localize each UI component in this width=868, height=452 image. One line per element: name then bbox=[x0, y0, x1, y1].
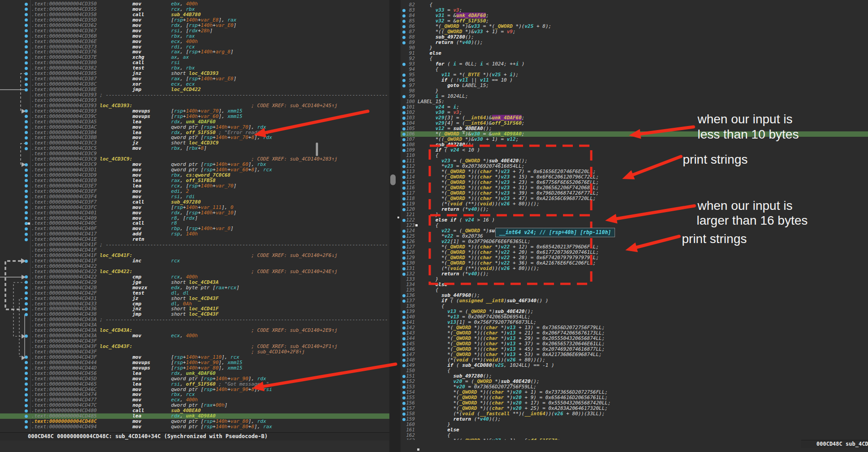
pseudocode-line[interactable]: 90 } bbox=[401, 45, 868, 51]
line-dot bbox=[25, 56, 28, 59]
line-dot bbox=[402, 353, 406, 356]
right-status-bar: 000CD48C sub_4CD140:106 (4CD48C) (Synchr… bbox=[801, 440, 868, 448]
line-dot bbox=[402, 95, 406, 98]
pseudocode-line[interactable]: 82 { bbox=[401, 2, 868, 8]
line-dot bbox=[25, 163, 28, 166]
pseudocode-line[interactable]: 93 for ( i = 0LL; i < 1024; ++i ) bbox=[401, 61, 868, 67]
line-dot bbox=[402, 364, 406, 367]
line-dot bbox=[25, 174, 28, 177]
line-dot bbox=[25, 313, 28, 316]
line-dot bbox=[25, 131, 28, 134]
pseudocode-line[interactable]: 99 i = 1024LL; bbox=[401, 94, 868, 99]
pseudocode-line[interactable]: 120 return (*v40)(); bbox=[401, 207, 868, 212]
line-dot bbox=[25, 8, 28, 11]
line-dot bbox=[402, 316, 406, 319]
line-dot bbox=[402, 337, 406, 340]
line-dot bbox=[25, 291, 28, 295]
line-dot bbox=[402, 203, 406, 206]
line-dot bbox=[25, 13, 28, 16]
pseudocode-line[interactable]: 134 else bbox=[401, 282, 868, 287]
note-print-strings-2: print strings bbox=[682, 232, 747, 246]
line-dot bbox=[25, 40, 28, 43]
note-input-larger-line1: when our input is bbox=[698, 199, 793, 213]
pseudocode-line[interactable]: 109 if ( v24 < 10 ) bbox=[401, 148, 868, 153]
line-dot bbox=[25, 217, 28, 220]
line-dot bbox=[25, 404, 28, 407]
pseudocode-line[interactable]: 163 *((_QWORD *)&v27 + 1) = &off_51F570; bbox=[401, 438, 868, 440]
line-dot bbox=[402, 160, 406, 163]
line-dot bbox=[25, 45, 28, 48]
line-dot bbox=[402, 240, 406, 243]
pseudocode-line[interactable]: 133 } bbox=[401, 277, 868, 282]
line-dot bbox=[25, 29, 28, 32]
line-dot bbox=[402, 63, 406, 66]
line-dot bbox=[25, 169, 28, 172]
pane-splitter-handle[interactable] bbox=[390, 174, 396, 185]
line-dot bbox=[25, 78, 28, 81]
line-dot bbox=[25, 275, 28, 278]
ida-view-a-pane[interactable]: .text:00000000004CD350 mov ebx, 400h.tex… bbox=[0, 0, 389, 452]
line-dot bbox=[25, 136, 28, 139]
line-dot bbox=[402, 273, 406, 276]
line-dot bbox=[25, 35, 28, 38]
line-dot bbox=[402, 9, 406, 12]
pseudocode-line[interactable]: 101 v24 = i; bbox=[401, 104, 868, 110]
line-dot bbox=[25, 195, 28, 198]
line-dot bbox=[402, 133, 406, 136]
line-dot bbox=[402, 246, 406, 249]
pseudocode-line[interactable]: 137 if ( (unsigned __int8)sub_46F340() ) bbox=[401, 298, 868, 304]
line-dot bbox=[25, 51, 28, 54]
line-dot bbox=[402, 294, 406, 297]
line-dot bbox=[25, 286, 28, 289]
pseudocode-line[interactable]: 149 if ( sub_4CD080(v25, 1024LL) == -1 ) bbox=[401, 363, 868, 368]
line-dot bbox=[402, 208, 406, 211]
pseudocode-line[interactable]: 91 else bbox=[401, 51, 868, 56]
line-dot bbox=[402, 106, 406, 109]
line-dot bbox=[25, 67, 28, 70]
pseudocode-line[interactable]: 97 goto LABEL_15; bbox=[401, 83, 868, 88]
pseudocode-line[interactable]: 160 } bbox=[401, 422, 868, 427]
line-dot bbox=[402, 14, 406, 17]
line-dot bbox=[402, 20, 406, 23]
line-dot bbox=[25, 393, 28, 396]
line-dot bbox=[25, 126, 28, 129]
line-dot bbox=[402, 262, 406, 265]
pseudocode-line[interactable]: 89 return (*v40)(); bbox=[401, 40, 868, 45]
line-dot bbox=[25, 260, 28, 263]
pseudocode-line[interactable]: 161 else bbox=[401, 427, 868, 433]
line-dot bbox=[25, 399, 28, 402]
line-dot bbox=[25, 372, 28, 375]
line-dot bbox=[25, 297, 28, 300]
gutter-marker bbox=[397, 217, 399, 218]
tiny-marker bbox=[415, 224, 418, 226]
line-dot bbox=[402, 143, 406, 147]
line-dot bbox=[25, 382, 28, 386]
line-dot bbox=[402, 219, 406, 222]
line-dot bbox=[402, 170, 406, 174]
pseudocode-line[interactable]: 98 } bbox=[401, 88, 868, 94]
pseudocode-line[interactable]: 159 return (*v40)(); bbox=[401, 417, 868, 422]
line-dot bbox=[25, 409, 28, 413]
pane-splitter[interactable] bbox=[389, 0, 401, 452]
line-dot bbox=[25, 388, 28, 391]
line-dot bbox=[25, 335, 28, 338]
line-dot bbox=[25, 200, 28, 204]
line-dot bbox=[25, 72, 28, 75]
vertical-scrollbar-thumb[interactable] bbox=[316, 143, 318, 156]
line-dot bbox=[25, 361, 28, 364]
line-dot bbox=[25, 147, 28, 150]
line-dot bbox=[402, 79, 406, 82]
instruction-marker bbox=[28, 222, 30, 225]
line-dot bbox=[25, 115, 28, 118]
pseudocode-line[interactable]: 132 return (*v40)(); bbox=[401, 271, 868, 277]
horizontal-scrollbar[interactable] bbox=[0, 441, 389, 452]
disassembly-listing[interactable]: .text:00000000004CD350 mov ebx, 400h.tex… bbox=[0, 1, 389, 432]
line-dot bbox=[402, 127, 406, 130]
line-dot bbox=[25, 211, 28, 214]
pseudocode-line[interactable]: 100LABEL_15: bbox=[401, 99, 868, 104]
asm-line[interactable]: .text:00000000004CD494 mov qword ptr [rs… bbox=[0, 424, 389, 430]
line-dot bbox=[25, 426, 28, 429]
line-dot bbox=[25, 281, 28, 284]
line-number: 163 bbox=[405, 438, 415, 440]
line-dot bbox=[25, 366, 28, 369]
